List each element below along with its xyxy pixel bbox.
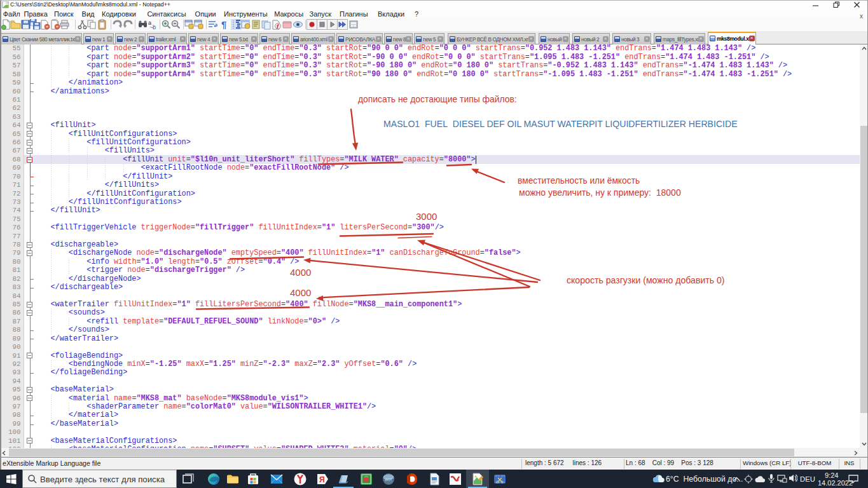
svg-text:Я: Я (319, 475, 325, 484)
svg-text:a: a (148, 20, 151, 26)
svg-text:WOT: WOT (385, 478, 392, 482)
svg-text:¶: ¶ (221, 19, 226, 30)
